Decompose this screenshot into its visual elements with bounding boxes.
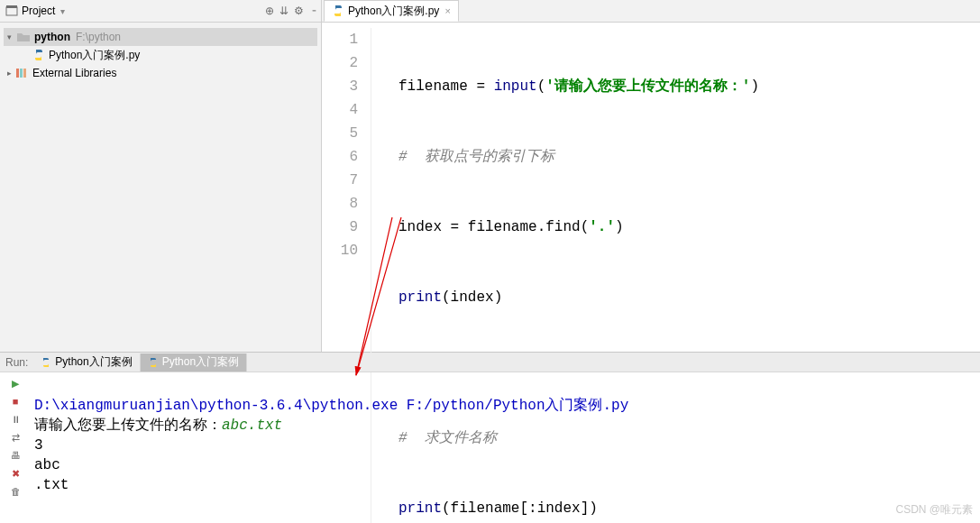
editor-tabbar: Python入门案例.py × xyxy=(322,0,980,23)
code-line: # 获取点号的索引下标 xyxy=(398,145,980,169)
stop-icon[interactable]: ■ xyxy=(8,394,23,408)
console-line: .txt xyxy=(34,477,69,493)
tab-filename: Python入门案例.py xyxy=(348,4,439,19)
code-line: filename = input('请输入您要上传文件的名称：') xyxy=(398,75,980,98)
svg-rect-1 xyxy=(6,5,17,8)
rerun-icon[interactable]: ▶ xyxy=(8,376,23,390)
python-file-icon xyxy=(32,49,45,61)
print-icon[interactable]: 🖶 xyxy=(8,448,23,463)
code-line xyxy=(398,356,980,380)
file-name: Python入门案例.py xyxy=(49,48,140,63)
tree-ext-lib[interactable]: ▸ External Libraries xyxy=(4,64,317,82)
python-file-icon xyxy=(41,357,51,368)
project-header[interactable]: Project ▾ ⊕ ⇊ ⚙ ╶ xyxy=(0,0,321,23)
close-icon[interactable]: × xyxy=(444,5,450,16)
project-icon xyxy=(5,5,18,17)
run-label: Run: xyxy=(0,356,33,369)
code-line: index = filename.find('.') xyxy=(398,216,980,239)
project-toolbar: ⊕ ⇊ ⚙ ╶ xyxy=(265,5,316,17)
expand-icon[interactable]: ▸ xyxy=(7,69,16,78)
gear-icon[interactable]: ⚙ xyxy=(294,5,304,17)
run-controls: ▶ ■ ⏸ ⇄ 🖶 ✖ 🗑 xyxy=(0,372,31,523)
code-line: print(filename[:index]) xyxy=(398,497,980,520)
target-icon[interactable]: ⊕ xyxy=(265,5,274,17)
pause-icon[interactable]: ⏸ xyxy=(8,412,23,427)
library-icon xyxy=(16,67,29,79)
console-prompt: 请输入您要上传文件的名称： xyxy=(34,417,222,434)
folder-icon xyxy=(16,31,31,43)
editor-tab[interactable]: Python入门案例.py × xyxy=(324,0,459,22)
editor-pane: Python入门案例.py × 1 2 3 4 5 6 7 8 9 10 fil… xyxy=(322,0,980,352)
code-editor[interactable]: 1 2 3 4 5 6 7 8 9 10 filename = input('请… xyxy=(322,23,980,523)
run-tab[interactable]: Python入门案例 xyxy=(33,353,140,372)
project-sidebar: Project ▾ ⊕ ⇊ ⚙ ╶ ▾ python F:\python xyxy=(0,0,322,352)
python-file-icon xyxy=(332,5,344,17)
chevron-down-icon[interactable]: ▾ xyxy=(60,6,65,16)
trash-icon[interactable]: 🗑 xyxy=(8,484,23,499)
toggle-icon[interactable]: ⇄ xyxy=(8,430,23,445)
expand-icon[interactable]: ▾ xyxy=(7,32,16,41)
run-tab-active[interactable]: Python入门案例 xyxy=(141,353,247,372)
delete-icon[interactable]: ✖ xyxy=(8,466,23,481)
console-line: abc xyxy=(34,457,60,473)
code-line: print(index) xyxy=(398,286,980,309)
console-line: 3 xyxy=(34,437,43,454)
code-body[interactable]: filename = input('请输入您要上传文件的名称：') # 获取点号… xyxy=(371,28,980,523)
project-tree: ▾ python F:\python Python入门案例.py ▸ E xyxy=(0,23,321,87)
collapse-icon[interactable]: ⇊ xyxy=(279,5,289,17)
code-line: # 求文件名称 xyxy=(398,427,980,450)
svg-rect-0 xyxy=(6,7,17,15)
python-file-icon xyxy=(148,357,159,368)
console-user-input: abc.txt xyxy=(222,417,282,434)
root-path: F:\python xyxy=(76,31,121,43)
ext-lib-label: External Libraries xyxy=(32,67,116,79)
tree-file[interactable]: Python入门案例.py xyxy=(4,46,317,64)
watermark: CSDN @唯元素 xyxy=(895,502,973,518)
root-name: python xyxy=(34,31,70,43)
tree-root[interactable]: ▾ python F:\python xyxy=(4,28,317,46)
project-title: Project xyxy=(22,5,55,17)
hide-icon[interactable]: ╶ xyxy=(309,5,316,17)
